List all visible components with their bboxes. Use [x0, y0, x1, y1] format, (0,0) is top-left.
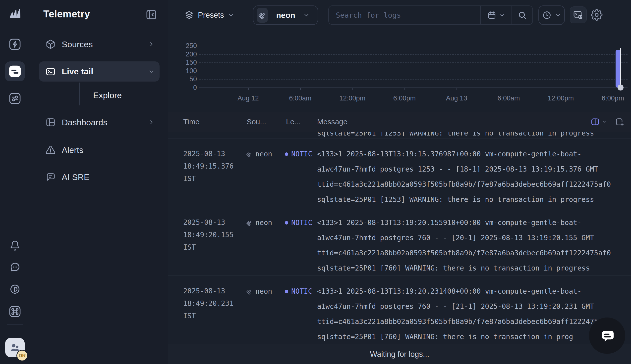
- log-source: neon: [245, 146, 272, 162]
- terminal-code-icon: [573, 10, 584, 20]
- alert-triangle-icon: [46, 145, 56, 155]
- x-axis-line: [199, 88, 627, 88]
- log-search-bar: [328, 6, 533, 25]
- sidebar-item-ai-sre[interactable]: AI SRE: [39, 168, 160, 186]
- feedback-button[interactable]: [10, 262, 21, 273]
- bolt-icon: [9, 38, 22, 51]
- sidebar-item-sources[interactable]: Sources: [39, 35, 160, 54]
- y-axis-tick-label: 250: [168, 42, 197, 50]
- clock-icon: [542, 10, 552, 20]
- x-axis-tick-label: Aug 12: [226, 94, 270, 102]
- x-axis-tick-label: 6:00pm: [382, 94, 427, 102]
- log-row[interactable]: 2025-08-1318:49:20.155IST neon NOTIC <13…: [168, 207, 631, 276]
- terminal-icon: [46, 67, 56, 76]
- log-message: <133>1 2025-08-13T13:19:20.231408+00:00 …: [317, 284, 631, 344]
- chat-dots-icon: [10, 262, 21, 273]
- layers-icon: [184, 10, 194, 20]
- x-axis-tick: [613, 88, 613, 90]
- y-axis-tick-label: 150: [168, 59, 197, 66]
- columns-icon: [591, 117, 600, 126]
- sidebar-item-label: Dashboards: [62, 118, 107, 127]
- sliders-icon: [9, 92, 22, 105]
- presets-label: Presets: [198, 11, 224, 20]
- sidebar: Telemetry Sources Live tail Explore: [30, 0, 168, 364]
- x-axis-tick-label: 6:00pm: [590, 94, 631, 102]
- log-time: 2025-08-1318:49:20.155IST: [183, 216, 233, 254]
- search-input[interactable]: [329, 6, 480, 24]
- sidebar-item-label: Explore: [93, 90, 122, 100]
- notifications-button[interactable]: [10, 240, 21, 251]
- date-range-button[interactable]: [481, 6, 511, 24]
- app-root: DR Telemetry Sources Live tail Explore: [0, 0, 631, 364]
- chart-gridline: [199, 54, 627, 55]
- sidebar-item-dashboards[interactable]: Dashboards: [39, 113, 160, 132]
- sidebar-item-alerts[interactable]: Alerts: [39, 140, 160, 159]
- column-header-time: Time: [183, 112, 200, 132]
- time-range-button[interactable]: [538, 6, 565, 25]
- x-axis-tick: [353, 88, 353, 90]
- column-layout-button[interactable]: [591, 117, 607, 126]
- clipped-log-row[interactable]: sqlstate=25P01 [1253] WARNING: there is …: [168, 132, 631, 138]
- quickstart-nav-button[interactable]: [7, 36, 23, 52]
- log-stream-icon: [245, 219, 253, 226]
- chevron-down-icon: [602, 119, 607, 124]
- status-bar: Waiting for logs...: [168, 344, 631, 364]
- level-dot: [285, 152, 288, 156]
- shortcuts-button[interactable]: [9, 305, 22, 318]
- level-dot: [285, 290, 288, 293]
- waiting-status: Waiting for logs...: [370, 350, 429, 359]
- time-cursor-line: [620, 48, 621, 88]
- sidebar-item-label: Live tail: [62, 67, 93, 76]
- x-axis-tick: [561, 88, 561, 90]
- sidebar-item-live-tail[interactable]: Live tail: [39, 62, 160, 82]
- source-value: neon: [276, 11, 295, 20]
- support-chat-button[interactable]: [589, 318, 625, 354]
- y-axis-tick-label: 0: [168, 84, 197, 91]
- log-level: NOTIC: [285, 146, 312, 162]
- query-console-button[interactable]: [570, 6, 587, 23]
- subnav-guide-line: [79, 82, 80, 106]
- settings-button[interactable]: [591, 9, 603, 21]
- theme-toggle-button[interactable]: [10, 284, 21, 295]
- logs-icon: [8, 64, 22, 78]
- main-area: Presets neon: [168, 0, 631, 364]
- controls-nav-button[interactable]: [7, 90, 23, 106]
- search-submit-button[interactable]: [512, 6, 532, 24]
- table-header: Time Sou... Le... Message: [168, 112, 631, 132]
- chevron-right-icon: [148, 119, 155, 126]
- add-column-icon: [614, 117, 624, 126]
- log-source: neon: [245, 215, 272, 230]
- page-title: Telemetry: [43, 8, 90, 20]
- column-header-message: Message: [317, 112, 348, 132]
- y-axis-tick-label: 50: [168, 75, 197, 83]
- contrast-icon: [10, 284, 21, 295]
- user-initials-badge[interactable]: DR: [17, 350, 28, 361]
- y-axis-tick-label: 100: [168, 67, 197, 74]
- chevron-right-icon: [148, 41, 155, 48]
- log-volume-chart: 050100150200250Aug 126:00am12:00pm6:00pm…: [168, 30, 631, 109]
- logs-nav-button[interactable]: [5, 62, 25, 81]
- log-row[interactable]: 2025-08-1318:49:15.376IST neon NOTIC <13…: [168, 138, 631, 207]
- column-header-level: Le...: [286, 112, 300, 132]
- chat-bubble-icon: [598, 327, 616, 344]
- presets-button[interactable]: Presets: [184, 9, 234, 22]
- clipped-log-text: sqlstate=25P01 [1253] WARNING: there is …: [317, 132, 594, 138]
- search-icon: [517, 10, 527, 20]
- chart-gridline: [199, 79, 627, 80]
- sidebar-item-explore[interactable]: Explore: [93, 84, 122, 106]
- gear-icon: [591, 9, 603, 21]
- collapse-sidebar-button[interactable]: [145, 8, 158, 21]
- x-axis-tick-label: 6:00am: [278, 94, 323, 102]
- log-stream-icon: [245, 150, 253, 158]
- add-column-button[interactable]: [614, 117, 624, 126]
- log-source: neon: [245, 284, 272, 299]
- chart-gridline: [199, 71, 627, 71]
- log-row[interactable]: 2025-08-1318:49:20.231IST neon NOTIC <13…: [168, 276, 631, 344]
- x-axis-tick: [300, 88, 301, 90]
- panel-collapse-icon: [145, 8, 158, 21]
- calendar-icon: [487, 11, 496, 20]
- chevron-down-icon: [228, 12, 234, 18]
- chart-plot: 050100150200250Aug 126:00am12:00pm6:00pm…: [168, 30, 631, 109]
- source-selector[interactable]: neon: [253, 6, 318, 25]
- topbar: Presets neon: [168, 0, 631, 30]
